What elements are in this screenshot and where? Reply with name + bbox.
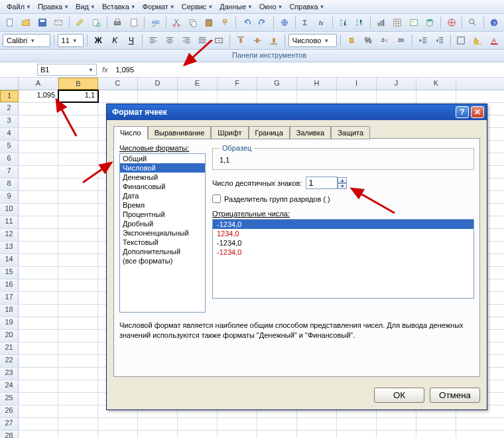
dialog-titlebar[interactable]: Формат ячеек ? ✕: [107, 104, 487, 120]
list-item[interactable]: Денежный: [120, 173, 205, 182]
fx-icon[interactable]: fx: [102, 66, 108, 74]
row-header[interactable]: 15: [0, 267, 19, 279]
cell[interactable]: [19, 342, 58, 354]
row-header[interactable]: 10: [0, 204, 19, 216]
cell[interactable]: [377, 431, 416, 438]
select-all-corner[interactable]: [0, 78, 19, 90]
cell[interactable]: [58, 103, 98, 115]
cell[interactable]: [19, 405, 58, 417]
gallery-icon[interactable]: [407, 15, 420, 30]
cell[interactable]: [19, 431, 58, 438]
cell[interactable]: [416, 418, 456, 430]
list-item[interactable]: (все форматы): [120, 256, 205, 265]
list-item[interactable]: Текстовый: [120, 238, 205, 247]
undo-icon[interactable]: [239, 15, 253, 30]
indent-inc-icon[interactable]: [432, 33, 447, 48]
cut-icon[interactable]: [170, 15, 184, 30]
cell[interactable]: [178, 418, 218, 430]
cell[interactable]: [19, 393, 58, 405]
cell[interactable]: [257, 418, 297, 430]
cell[interactable]: [218, 431, 257, 438]
cell[interactable]: [19, 204, 58, 216]
borders-icon[interactable]: [454, 33, 469, 48]
menu-item-insert[interactable]: Вставка▼: [99, 1, 139, 12]
row-header[interactable]: 13: [0, 242, 19, 254]
cell[interactable]: [416, 90, 456, 102]
cell[interactable]: [297, 90, 337, 102]
row-header[interactable]: 17: [0, 292, 19, 304]
cell[interactable]: [19, 191, 58, 203]
hyperlink-icon[interactable]: [277, 15, 291, 30]
cell[interactable]: [58, 191, 98, 203]
cell[interactable]: [58, 305, 98, 317]
cell[interactable]: [58, 242, 98, 254]
column-header[interactable]: C: [98, 78, 138, 90]
row-header[interactable]: 3: [0, 115, 19, 127]
cell[interactable]: [58, 418, 98, 430]
cell[interactable]: [218, 90, 257, 102]
cell[interactable]: [19, 330, 58, 342]
row-header[interactable]: 4: [0, 128, 19, 140]
navigator-icon[interactable]: [444, 15, 458, 30]
spinner-up-icon[interactable]: ▲: [338, 177, 347, 183]
row-header[interactable]: 25: [0, 393, 19, 405]
page-preview-icon[interactable]: [127, 15, 141, 30]
cell[interactable]: [19, 305, 58, 317]
align-center-icon[interactable]: [162, 33, 177, 48]
cell[interactable]: [58, 153, 98, 165]
bold-icon[interactable]: Ж: [91, 33, 105, 48]
dialog-help-button[interactable]: ?: [456, 106, 469, 118]
cell[interactable]: [19, 267, 58, 279]
column-header[interactable]: I: [337, 78, 377, 90]
list-item[interactable]: Время: [120, 200, 205, 210]
redo-icon[interactable]: [256, 15, 270, 30]
function-icon[interactable]: fx: [315, 15, 329, 30]
cell[interactable]: [58, 292, 98, 304]
cell[interactable]: [58, 330, 98, 342]
cell[interactable]: [58, 216, 98, 228]
dialog-close-button[interactable]: ✕: [471, 106, 484, 118]
cell[interactable]: [257, 431, 297, 438]
zoom-icon[interactable]: [466, 15, 479, 30]
cell[interactable]: [218, 418, 257, 430]
cell[interactable]: [58, 380, 98, 392]
row-header[interactable]: 5: [0, 141, 19, 153]
list-item[interactable]: Дополнительный: [120, 247, 205, 256]
row-header[interactable]: 16: [0, 279, 19, 291]
cell[interactable]: [19, 418, 58, 430]
print-preview-icon[interactable]: [89, 15, 103, 30]
row-header[interactable]: 21: [0, 342, 19, 354]
tab-protection[interactable]: Защита: [331, 126, 370, 139]
cell[interactable]: [337, 90, 377, 102]
tab-font[interactable]: Шрифт: [211, 126, 248, 139]
cell[interactable]: [19, 355, 58, 367]
cell[interactable]: [19, 166, 58, 178]
format-painter-icon[interactable]: [218, 15, 232, 30]
cell[interactable]: [19, 368, 58, 380]
list-item[interactable]: Числовой: [120, 163, 205, 173]
menu-item-file[interactable]: Файл▼: [4, 1, 34, 12]
cell[interactable]: [58, 128, 98, 140]
cell[interactable]: [19, 380, 58, 392]
list-item[interactable]: -1234,0: [213, 220, 473, 229]
number-format-combo[interactable]: Числово▼: [288, 34, 338, 47]
row-header[interactable]: 20: [0, 330, 19, 342]
cell[interactable]: [19, 179, 58, 190]
row-header[interactable]: 23: [0, 368, 19, 380]
menu-item-edit[interactable]: Правка▼: [35, 1, 72, 12]
row-header[interactable]: 24: [0, 380, 19, 392]
cell[interactable]: [58, 317, 98, 329]
data-sources-icon[interactable]: [422, 15, 436, 30]
cell[interactable]: [19, 153, 58, 165]
print-icon[interactable]: [110, 15, 124, 30]
list-item[interactable]: Финансовый: [120, 182, 205, 191]
cell[interactable]: [19, 115, 58, 127]
cell[interactable]: [416, 431, 456, 438]
tab-number[interactable]: Число: [113, 126, 148, 139]
row-header[interactable]: 12: [0, 229, 19, 241]
cell[interactable]: [19, 242, 58, 254]
cell[interactable]: [138, 90, 178, 102]
row-header[interactable]: 9: [0, 191, 19, 203]
menu-item-data[interactable]: Данные▼: [217, 1, 255, 12]
paste-icon[interactable]: [202, 15, 216, 30]
